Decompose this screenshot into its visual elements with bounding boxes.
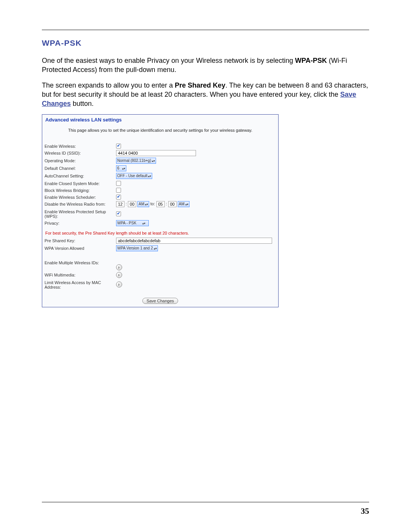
privacy-value: WPA - PSK <box>117 221 136 225</box>
mac-limit-arrow-icon[interactable] <box>116 281 122 288</box>
time-from-min[interactable] <box>128 201 136 207</box>
scheduler-checkbox[interactable] <box>116 195 121 200</box>
scheduler-label: Enable Wireless Scheduler: <box>42 193 114 200</box>
ampm-to-value: AM <box>179 202 185 206</box>
ssid-input[interactable] <box>116 150 196 156</box>
p2-pre: The screen expands to allow you to enter… <box>42 81 175 89</box>
multi-ids-arrow-icon[interactable] <box>116 264 122 270</box>
chevron-updown-icon: ▴▾ <box>154 247 157 250</box>
ampm-to-select[interactable]: AM▴▾ <box>178 201 190 207</box>
p2-bold: Pre Shared Key <box>175 81 225 89</box>
enable-wireless-label: Enable Wireless: <box>42 142 114 149</box>
psk-warning: For best security, the Pre Shared Key le… <box>42 227 278 237</box>
time-to-min[interactable] <box>168 201 177 207</box>
save-changes-button[interactable]: Save Changes <box>142 298 178 304</box>
autochannel-select[interactable]: OFF - Use default▴▾ <box>116 173 152 179</box>
time-from-hour[interactable] <box>116 201 124 207</box>
ssid-label: Wireless ID (SSID): <box>42 149 114 157</box>
p2-post: button. <box>71 100 94 107</box>
disable-radio-label: Disable the Wireless Radio from: <box>42 200 114 208</box>
operating-mode-label: Operating Mode: <box>42 157 114 165</box>
block-bridge-label: Block Wireless Bridging: <box>42 187 114 193</box>
wpa-version-label: WPA Version Allowed <box>42 244 114 252</box>
chevron-updown-icon: ▴▾ <box>148 175 151 178</box>
enable-wireless-checkbox[interactable] <box>116 144 121 149</box>
wmm-label: WiFi Multimedia: <box>42 271 114 279</box>
mac-limit-label: Limit Wireless Access by MAC Address: <box>42 279 114 290</box>
intro-bold: WPA-PSK <box>295 57 327 64</box>
section-heading: WPA-PSK <box>42 38 369 48</box>
psk-input[interactable] <box>116 238 272 244</box>
chevron-updown-icon: ▴▾ <box>145 203 148 206</box>
to-text: to: <box>150 201 155 206</box>
closed-system-checkbox[interactable] <box>116 181 121 186</box>
wmm-arrow-icon[interactable] <box>116 272 122 278</box>
block-bridge-checkbox[interactable] <box>116 188 121 193</box>
wps-label: Enable Wireless Protected Setup (WPS): <box>42 208 114 219</box>
channel-label: Default Channel: <box>42 165 114 172</box>
ampm-from-value: AM <box>139 202 144 206</box>
closed-system-label: Enable Closed System Mode: <box>42 180 114 187</box>
autochannel-label: AutoChannel Setting: <box>42 172 114 180</box>
privacy-label: Privacy: <box>42 219 114 227</box>
operating-mode-value: Normal (802.11b+g) <box>117 158 151 163</box>
privacy-select[interactable]: WPA - PSK ▴▾ <box>116 220 149 226</box>
page-number: 35 <box>361 506 369 516</box>
settings-panel: Advanced wireless LAN settings This page… <box>42 114 279 307</box>
chevron-updown-icon: ▴▾ <box>142 222 145 225</box>
intro-paragraph: One of the easiest ways to enable Privac… <box>42 56 369 75</box>
autochannel-value: OFF - Use default <box>117 174 147 178</box>
time-to-hour[interactable] <box>156 201 165 207</box>
chevron-updown-icon: ▴▾ <box>185 203 188 206</box>
colon-sep: : <box>126 201 127 206</box>
intro-text-1: One of the easiest ways to enable Privac… <box>42 57 295 64</box>
wps-checkbox[interactable] <box>116 211 121 216</box>
panel-title: Advanced wireless LAN settings <box>42 115 278 124</box>
channel-select[interactable]: 6 ▴▾ <box>116 165 126 171</box>
wpa-version-select[interactable]: WPA Version 1 and 2▴▾ <box>116 245 158 251</box>
multi-ids-label: Enable Multiple Wireless IDs: <box>42 259 114 271</box>
top-rule <box>42 30 369 30</box>
wpa-version-value: WPA Version 1 and 2 <box>117 246 153 250</box>
colon-sep: : <box>166 201 167 206</box>
second-paragraph: The screen expands to allow you to enter… <box>42 81 369 109</box>
ampm-from-select[interactable]: AM▴▾ <box>137 201 149 207</box>
channel-value: 6 <box>117 166 119 170</box>
psk-label: Pre Shared Key: <box>42 237 114 244</box>
bottom-rule <box>42 502 369 502</box>
panel-description: This page allows you to set the unique i… <box>42 124 278 142</box>
settings-form: Enable Wireless: Wireless ID (SSID): Ope… <box>42 142 278 227</box>
chevron-updown-icon: ▴▾ <box>152 160 155 163</box>
operating-mode-select[interactable]: Normal (802.11b+g)▴▾ <box>116 158 156 164</box>
chevron-updown-icon: ▴▾ <box>122 167 125 170</box>
